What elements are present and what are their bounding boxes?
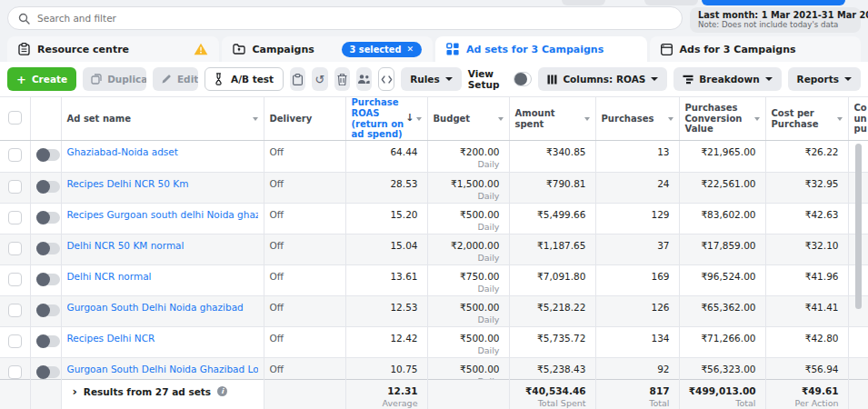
search-input[interactable] xyxy=(37,13,672,24)
duplicate-button[interactable]: Duplicate xyxy=(83,67,146,91)
table-header: Ad set name Delivery Purchase ROAS (retu… xyxy=(0,96,868,141)
purchases-conversion-value: ₹83,602.00 xyxy=(679,203,765,234)
purchases-value: 37 xyxy=(595,234,679,264)
sort-caret-icon xyxy=(668,117,673,121)
roas-value: 12.53 xyxy=(345,295,427,326)
budget-cell[interactable]: ₹1,500.00Daily xyxy=(427,172,509,203)
adset-name-link[interactable]: Recipes Delhi NCR 50 Km xyxy=(67,178,258,189)
row-active-toggle[interactable] xyxy=(36,274,60,285)
select-all-checkbox[interactable] xyxy=(8,111,22,125)
audiences-button[interactable] xyxy=(356,67,372,91)
purchases-conversion-value: ₹56,323.00 xyxy=(679,357,765,379)
column-header-purchases-conversion-value[interactable]: Purchases Conversion Value xyxy=(679,97,765,141)
amount-spent-value: ₹340.85 xyxy=(509,141,595,172)
column-header-delivery[interactable]: Delivery xyxy=(264,97,345,141)
table-body: Ghaziabad-Noida adset Off 64.44 ₹200.00D… xyxy=(0,141,868,379)
tab-ads[interactable]: Ads for 3 Campaigns xyxy=(650,36,862,62)
adset-name-link[interactable]: Ghaziabad-Noida adset xyxy=(67,146,258,157)
row-active-toggle[interactable] xyxy=(36,149,60,161)
adset-name-link[interactable]: Gurgoan South Delhi Noida ghazibad xyxy=(67,302,258,313)
adset-name-link[interactable]: Gurgoan South Delhi Noida Ghazibad Look … xyxy=(67,364,258,374)
footer-purchases-conversion-value: ₹499,013.00Total xyxy=(679,380,765,409)
close-icon[interactable]: ✕ xyxy=(406,45,414,54)
budget-cell[interactable]: ₹2,000.00Daily xyxy=(427,234,509,264)
row-active-toggle[interactable] xyxy=(36,304,60,316)
tab-label: Campaigns xyxy=(253,44,314,55)
row-checkbox[interactable] xyxy=(8,334,22,348)
row-checkbox[interactable] xyxy=(8,242,22,255)
budget-cell[interactable]: ₹500.00Daily xyxy=(427,326,509,357)
row-checkbox[interactable] xyxy=(8,365,22,379)
row-active-toggle[interactable] xyxy=(36,212,60,224)
vertical-scrollbar[interactable] xyxy=(855,144,862,309)
column-header-cost-per-purchase[interactable]: Cost per Purchase xyxy=(765,97,848,141)
tab-label: Ad sets for 3 Campaigns xyxy=(466,44,604,55)
column-header-purchase-roas[interactable]: Purchase ROAS (return on ad spend)↓ xyxy=(345,97,427,141)
row-checkbox[interactable] xyxy=(8,148,22,162)
date-range-selector[interactable]: Last month: 1 Mar 2021-31 Mar 2021 Note:… xyxy=(690,7,861,33)
budget-cell[interactable]: ₹200.00Daily xyxy=(427,141,509,172)
sort-caret-icon xyxy=(253,117,258,121)
selected-count-badge[interactable]: 3 selected ✕ xyxy=(342,42,422,57)
row-checkbox[interactable] xyxy=(8,211,22,224)
people-icon xyxy=(357,74,370,85)
sort-caret-icon xyxy=(416,117,422,121)
undo-button[interactable]: ↺ xyxy=(312,67,327,91)
amount-spent-value: ₹1,187.65 xyxy=(509,234,595,264)
ab-test-button[interactable]: A/B test xyxy=(205,67,284,91)
table-row: Delhi NCR 50 KM normal Off 15.04 ₹2,000.… xyxy=(0,234,868,264)
budget-cell[interactable]: ₹500.00Daily xyxy=(427,203,509,234)
row-active-toggle[interactable] xyxy=(36,335,60,347)
column-header-truncated[interactable]: Co un pu xyxy=(848,97,868,141)
warning-icon xyxy=(194,43,208,55)
tab-ad-sets[interactable]: Ad sets for 3 Campaigns xyxy=(435,36,647,62)
adset-name-link[interactable]: Delhi NCR normal xyxy=(67,271,258,282)
column-header-amount-spent[interactable]: Amount spent xyxy=(509,97,595,141)
search-bar[interactable] xyxy=(7,6,683,30)
column-header-ad-set-name[interactable]: Ad set name xyxy=(61,97,264,141)
rules-button[interactable]: Rules xyxy=(401,67,462,91)
duplicate-icon xyxy=(91,74,102,85)
adset-name-link[interactable]: Recipes Gurgoan south delhi Noida ghazib… xyxy=(67,209,258,220)
reports-button[interactable]: Reports xyxy=(788,67,861,91)
column-header-purchases[interactable]: Purchases xyxy=(595,97,679,141)
row-checkbox[interactable] xyxy=(8,180,22,194)
date-range-note: Note: Does not include today's data xyxy=(698,21,868,30)
row-active-toggle[interactable] xyxy=(36,181,60,193)
tab-campaigns[interactable]: Campaigns 3 selected ✕ xyxy=(222,36,434,62)
breakdown-button[interactable]: Breakdown xyxy=(673,67,781,91)
footer-roas: 12.31Average xyxy=(345,380,427,409)
table-row: Delhi NCR normal Off 13.61 ₹750.00Daily … xyxy=(0,264,868,295)
expand-chevron-icon[interactable]: › xyxy=(73,385,77,397)
row-active-toggle[interactable] xyxy=(36,243,60,254)
column-header-budget[interactable]: Budget xyxy=(427,97,509,141)
view-setup-label: View Setup xyxy=(468,68,508,90)
duplicate-button-group: Duplicate xyxy=(83,67,146,91)
table-row: Gurgoan South Delhi Noida ghazibad Off 1… xyxy=(0,295,868,326)
create-button[interactable]: + Create xyxy=(7,67,76,91)
edit-button[interactable]: Edit xyxy=(153,67,198,91)
pixel-code-button[interactable] xyxy=(378,67,394,91)
budget-cell[interactable]: ₹750.00Daily xyxy=(427,264,509,295)
delete-button[interactable] xyxy=(334,67,350,91)
tab-label: Resource centre xyxy=(37,44,129,55)
row-checkbox[interactable] xyxy=(8,304,22,317)
budget-cell[interactable]: ₹500.00Daily xyxy=(427,357,509,379)
adset-name-link[interactable]: Recipes Delhi NCR xyxy=(67,333,258,344)
pin-button[interactable] xyxy=(290,67,305,91)
row-checkbox[interactable] xyxy=(8,273,22,286)
breakdown-icon xyxy=(683,75,693,85)
view-setup-toggle[interactable] xyxy=(514,72,533,86)
cost-per-purchase-value: ₹41.96 xyxy=(765,264,848,295)
duplicate-label: Duplicate xyxy=(107,74,146,85)
info-icon[interactable]: i xyxy=(217,386,227,396)
adset-name-link[interactable]: Delhi NCR 50 KM normal xyxy=(67,240,258,251)
row-active-toggle[interactable] xyxy=(36,366,60,378)
tab-resource-centre[interactable]: Resource centre xyxy=(7,36,219,62)
delivery-status: Off xyxy=(264,234,345,264)
budget-cell[interactable]: ₹500.00Daily xyxy=(427,295,509,326)
sort-caret-icon xyxy=(584,117,590,121)
sort-descending-icon: ↓ xyxy=(405,113,414,125)
columns-button[interactable]: Columns: ROAS xyxy=(538,67,667,91)
ads-page-icon xyxy=(661,44,673,55)
